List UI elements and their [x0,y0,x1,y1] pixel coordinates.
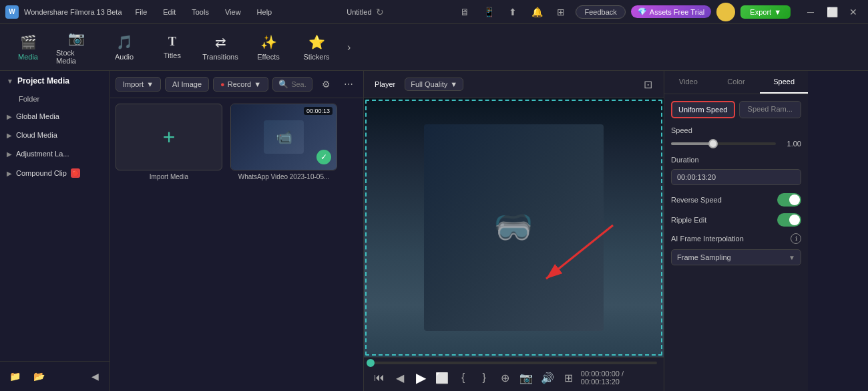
sync-icon[interactable]: ↻ [376,7,384,17]
compound-clip-badge: 🔴 [71,168,80,178]
panel-collapse-icon[interactable]: ◀ [85,367,104,386]
speed-slider-dot[interactable] [708,139,718,148]
menu-tools[interactable]: Tools [189,7,212,17]
import-chevron-icon: ▼ [146,80,154,88]
upload-icon[interactable]: ⬆ [503,3,522,21]
reverse-speed-toggle[interactable] [777,193,801,207]
speed-ramp-tab[interactable]: Speed Ram... [739,101,802,118]
settings-icon[interactable]: ⊞ [560,368,576,387]
filter-icon[interactable]: ⚙ [316,75,335,94]
ripple-edit-toggle[interactable] [777,213,801,227]
tool-media[interactable]: 🎬 Media [5,27,51,68]
import-media-box[interactable]: + [116,104,222,170]
tab-video[interactable]: Video [664,71,712,94]
speed-value: 1.00 [781,140,801,148]
progress-bar[interactable] [371,362,657,364]
tool-stickers[interactable]: ⭐ Stickers [294,27,339,68]
play-icon[interactable]: ▶ [413,368,429,387]
time-display: 00:00:00:00 / 00:00:13:20 [581,370,657,386]
record-button[interactable]: ● Record ▼ [213,77,268,92]
compound-arrow: ▶ [7,170,12,177]
frame-sampling-dropdown[interactable]: Frame Sampling ▼ [671,249,801,265]
feedback-button[interactable]: Feedback [576,5,625,19]
current-time: 00:00:00:00 [581,370,620,378]
audio-icon[interactable]: 🔊 [539,368,556,387]
player-fullscreen-icon[interactable]: ⊡ [638,75,657,94]
close-button[interactable]: ✕ [844,3,863,21]
tool-audio[interactable]: 🎵 Audio [101,27,147,68]
search-input[interactable] [291,80,306,88]
reverse-speed-row: Reverse Speed [671,193,801,207]
search-icon: 🔍 [278,80,288,89]
compound-clip-label: Compound Clip [16,169,67,177]
effects-label: Effects [257,53,279,61]
compound-clip-header[interactable]: ▶ Compound Clip 🔴 [0,163,110,183]
progress-dot[interactable] [367,359,375,367]
menu-file[interactable]: File [133,7,150,17]
stop-icon[interactable]: ⬜ [433,368,450,387]
app-logo: W [5,5,19,19]
grid-icon[interactable]: ⊞ [552,3,570,21]
tool-effects[interactable]: ✨ Effects [246,27,291,68]
global-media-header[interactable]: ▶ Global Media [0,107,110,126]
duration-label: Duration [671,156,801,164]
ripple-edit-row: Ripple Edit [671,213,801,227]
effects-icon: ✨ [260,34,277,50]
video-thumb-box[interactable]: 📹 00:00:13 ✓ [230,104,337,170]
menu-edit[interactable]: Edit [160,7,178,17]
tab-color[interactable]: Color [712,71,761,94]
record-chevron-icon: ▼ [254,80,261,88]
tool-stock-media[interactable]: 📷 Stock Media [53,27,99,68]
titles-icon: T [168,35,176,49]
search-box[interactable]: 🔍 [272,77,312,92]
bell-icon[interactable]: 🔔 [527,3,546,21]
ai-frame-interp-label: AI Frame Interpolation [671,235,788,243]
import-media-thumb[interactable]: + Import Media [116,104,222,180]
assets-button[interactable]: 💎 Assets Free Trial [631,5,712,18]
panel-remove-icon[interactable]: 📂 [29,367,48,386]
menu-view[interactable]: View [222,7,244,17]
speed-slider-track[interactable] [671,142,776,145]
step-back-icon[interactable]: ◀ [391,368,408,387]
vr-icon: 🥽 [493,209,533,246]
cloud-media-header[interactable]: ▶ Cloud Media [0,126,110,144]
uniform-speed-tab[interactable]: Uniform Speed [671,101,735,118]
video-area: 🥽 [364,98,664,357]
theme-toggle[interactable] [716,3,735,21]
ai-image-button[interactable]: AI Image [165,77,209,92]
player-tab[interactable]: Player [371,79,399,90]
speed-slider-fill [671,142,713,145]
export-button[interactable]: Export ▼ [740,5,791,19]
info-icon[interactable]: ℹ [791,233,801,244]
import-button[interactable]: Import ▼ [116,77,161,92]
more-options-icon[interactable]: ⋯ [339,75,358,94]
video-thumb-label: WhatsApp Video 2023-10-05... [230,173,337,180]
folder-item[interactable]: Folder [0,91,110,107]
menu-help[interactable]: Help [254,7,275,17]
ripple-edit-knob [789,215,800,225]
cloud-media-label: Cloud Media [16,131,57,139]
project-media-header[interactable]: ▼ Project Media [0,71,110,91]
tool-titles[interactable]: T Titles [150,27,195,68]
snapshot-icon[interactable]: 📷 [517,368,534,387]
main-toolbar: 🎬 Media 📷 Stock Media 🎵 Audio T Titles ⇄… [0,24,868,71]
phone-icon[interactable]: 📱 [479,3,498,21]
maximize-button[interactable]: ⬜ [823,3,841,21]
record-dot-icon: ● [220,80,225,88]
tool-transitions[interactable]: ⇄ Transitions [198,27,243,68]
quality-select[interactable]: Full Quality ▼ [405,78,463,91]
mark-icon[interactable]: ⊕ [497,368,513,387]
in-point-icon[interactable]: { [455,368,471,387]
adjustment-header[interactable]: ▶ Adjustment La... [0,144,110,163]
toolbar-expand[interactable]: › [342,36,356,59]
monitor-icon[interactable]: 🖥 [455,3,474,21]
video-thumb[interactable]: 📹 00:00:13 ✓ WhatsApp Video 2023-10-05..… [230,104,337,180]
left-panel: ▼ Project Media Folder ▶ Global Media ▶ … [0,71,110,391]
tab-speed[interactable]: Speed [760,71,808,94]
panel-add-folder-icon[interactable]: 📁 [5,367,24,386]
skip-back-icon[interactable]: ⏮ [371,368,387,387]
duration-input[interactable] [671,169,801,185]
video-duration: 00:00:13 [304,107,333,115]
out-point-icon[interactable]: } [475,368,492,387]
minimize-button[interactable]: ─ [801,3,820,21]
